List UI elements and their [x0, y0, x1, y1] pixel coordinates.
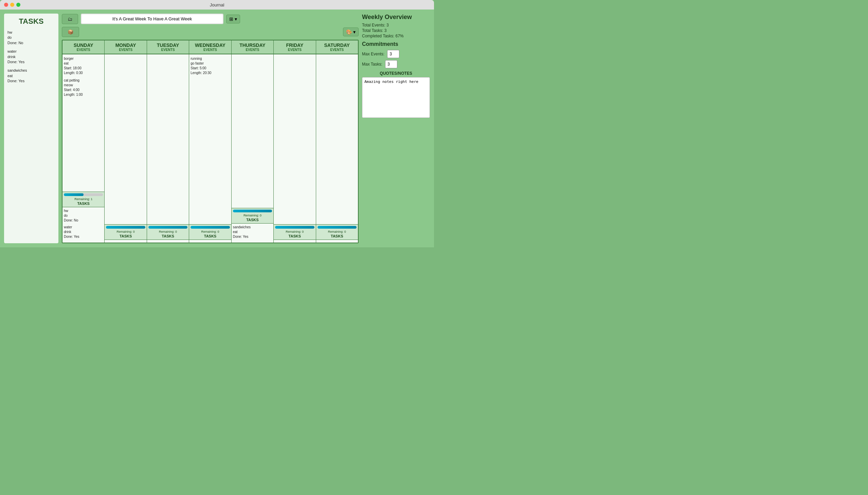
- calendar-grid: SUNDAY EVENTS borgereat Start: 18:00 Len…: [62, 40, 359, 243]
- list-item: sandwiches eat Done: Yes: [7, 68, 55, 84]
- tasks-content: [189, 240, 231, 243]
- close-button[interactable]: [4, 3, 8, 7]
- progress-bar-fill: [106, 226, 145, 229]
- quotes-section: QUOTES/NOTES Amazing notes right here: [362, 71, 430, 119]
- minimize-button[interactable]: [10, 3, 14, 7]
- remaining-label: Remaining: 0: [233, 213, 272, 218]
- day-section-label: EVENTS: [190, 48, 230, 52]
- plus-box-icon: ⊞: [229, 16, 233, 22]
- right-panel: Weekly Overview Total Events: 3 Total Ta…: [362, 14, 430, 243]
- day-header-saturday: SATURDAY EVENTS: [316, 40, 358, 54]
- remaining-label: Remaining: 0: [275, 229, 314, 234]
- tasks-label: TASKS: [191, 234, 230, 240]
- day-name: WEDNESDAY: [190, 42, 230, 48]
- tasks-section-friday: Remaining: 0 TASKS: [274, 225, 316, 243]
- progress-bar-bg: [106, 226, 145, 229]
- archive-button[interactable]: 🗂: [62, 14, 78, 24]
- tasks-content: [316, 240, 358, 243]
- events-area-tuesday: [147, 54, 189, 225]
- event-title: borgereat: [64, 56, 103, 66]
- quotes-textarea[interactable]: Amazing notes right here: [362, 77, 430, 118]
- day-header-sunday: SUNDAY EVENTS: [63, 40, 104, 54]
- day-section-label: EVENTS: [317, 48, 357, 52]
- task-name: water: [7, 49, 55, 54]
- event-title: runninggo faster: [191, 56, 230, 66]
- tasks-section-tuesday: Remaining: 0 TASKS: [147, 225, 189, 243]
- weekly-overview: Weekly Overview Total Events: 3 Total Ta…: [362, 14, 430, 119]
- app-body: TASKS hw do Done: No water drink Done: Y…: [0, 10, 434, 248]
- task-name: sandwiches: [7, 68, 55, 73]
- quotes-title: QUOTES/NOTES: [362, 71, 430, 76]
- archive2-icon: 📦: [68, 29, 73, 35]
- commitments-section: Commitments Max Events: Max Tasks:: [362, 41, 430, 68]
- list-item: sandwiches eat Done: Yes: [233, 225, 272, 239]
- add-event-select[interactable]: ⊞ ▾: [226, 15, 240, 23]
- day-section-label: EVENTS: [274, 48, 315, 52]
- event-block: cat pettingmeow Start: 4:00 Length: 1:00: [64, 78, 103, 97]
- palette-icon: 🎨: [346, 29, 352, 35]
- day-section-label: EVENTS: [63, 48, 104, 52]
- chevron-down-icon-2: ▾: [353, 29, 356, 35]
- day-header-wednesday: WEDNESDAY EVENTS: [189, 40, 231, 54]
- day-name: FRIDAY: [274, 42, 315, 48]
- progress-bar-bg: [275, 226, 314, 229]
- event-start: Start: 18:00: [64, 66, 103, 71]
- event-length: Length: 20:30: [191, 71, 230, 75]
- titlebar: Journal: [0, 0, 434, 10]
- max-events-input[interactable]: [387, 50, 400, 58]
- task-sub: drink: [7, 54, 55, 59]
- window-title: Journal: [210, 2, 225, 7]
- day-header-monday: MONDAY EVENTS: [105, 40, 146, 54]
- archive-icon: 🗂: [68, 16, 72, 22]
- task-done: Done: No: [7, 40, 55, 46]
- max-tasks-label: Max Tasks:: [362, 62, 383, 67]
- remaining-label: Remaining: 0: [148, 229, 188, 234]
- task-sub: eat: [233, 230, 272, 235]
- day-col-thursday: THURSDAY EVENTS Remaining: 0 TASKS sandw…: [232, 40, 274, 243]
- event-length: Length: 1:00: [64, 92, 103, 97]
- max-events-row: Max Events:: [362, 50, 430, 58]
- tasks-content: [105, 240, 146, 243]
- list-item: hw do Done: No: [7, 30, 55, 46]
- events-area-saturday: [316, 54, 358, 225]
- archive2-button[interactable]: 📦: [62, 27, 79, 37]
- progress-bar-bg: [318, 226, 357, 229]
- task-done: Done: Yes: [7, 59, 55, 65]
- day-header-thursday: THURSDAY EVENTS: [232, 40, 273, 54]
- sidebar-title: TASKS: [7, 17, 55, 26]
- event-block: borgereat Start: 18:00 Length: 0:30: [64, 56, 103, 75]
- tasks-section-sunday: Remaining: 1 TASKS hw do Done: Nowater d…: [63, 192, 104, 243]
- main-area: 🗂 ⊞ ▾ 📦 🎨 ▾ SUNDAY EVENTS borgereat Star…: [62, 14, 359, 243]
- tasks-content: sandwiches eat Done: Yes: [232, 224, 273, 243]
- progress-bar-area: Remaining: 1 TASKS: [63, 192, 104, 207]
- events-area-friday: [274, 54, 316, 225]
- tasks-content: [147, 240, 189, 243]
- max-tasks-row: Max Tasks:: [362, 60, 430, 68]
- task-sub: eat: [7, 73, 55, 79]
- palette-select[interactable]: 🎨 ▾: [343, 28, 359, 36]
- motto-input[interactable]: [81, 14, 224, 24]
- window-controls[interactable]: [4, 3, 20, 7]
- day-header-friday: FRIDAY EVENTS: [274, 40, 316, 54]
- commitments-title: Commitments: [362, 41, 430, 47]
- max-tasks-input[interactable]: [385, 60, 397, 68]
- maximize-button[interactable]: [16, 3, 20, 7]
- tasks-label: TASKS: [233, 218, 272, 223]
- day-col-monday: MONDAY EVENTS Remaining: 0 TASKS: [105, 40, 147, 243]
- day-header-tuesday: TUESDAY EVENTS: [147, 40, 189, 54]
- completed-tasks-stat: Completed Tasks: 67%: [362, 34, 430, 38]
- sidebar-tasks: TASKS hw do Done: No water drink Done: Y…: [4, 14, 58, 243]
- tasks-label: TASKS: [64, 202, 103, 207]
- day-section-label: EVENTS: [148, 48, 188, 52]
- remaining-label: Remaining: 0: [191, 229, 230, 234]
- progress-bar-fill: [233, 210, 272, 212]
- remaining-label: Remaining: 0: [318, 229, 357, 234]
- day-name: TUESDAY: [148, 42, 188, 48]
- day-col-saturday: SATURDAY EVENTS Remaining: 0 TASKS: [316, 40, 358, 243]
- progress-bar-fill: [148, 226, 188, 229]
- progress-bar-fill: [275, 226, 314, 229]
- tasks-section-wednesday: Remaining: 0 TASKS: [189, 225, 231, 243]
- day-name: MONDAY: [105, 42, 146, 48]
- toolbar-row-1: 🗂 ⊞ ▾: [62, 14, 359, 24]
- progress-bar-area: Remaining: 0 TASKS: [232, 208, 273, 224]
